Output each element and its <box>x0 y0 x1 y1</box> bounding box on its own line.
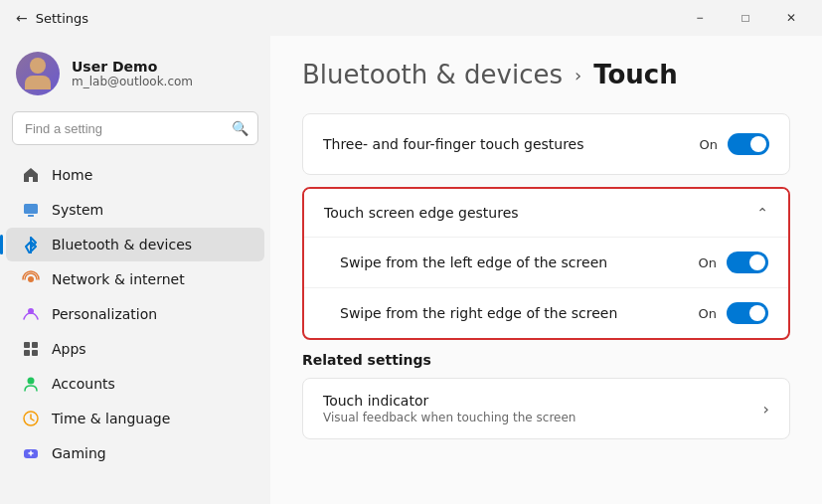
title-bar: ← Settings − □ ✕ <box>0 0 822 36</box>
sidebar-item-apps-label: Apps <box>52 341 86 357</box>
sidebar-item-system[interactable]: System <box>6 193 264 227</box>
svg-rect-3 <box>24 342 30 348</box>
sidebar-item-apps[interactable]: Apps <box>6 332 264 366</box>
breadcrumb-current: Touch <box>593 60 678 89</box>
sidebar-item-gaming[interactable]: Gaming <box>6 436 264 470</box>
chevron-up-icon: ⌃ <box>756 205 768 221</box>
right-edge-toggle-label: On <box>699 306 717 321</box>
touch-indicator-subtitle: Visual feedback when touching the screen <box>323 411 575 424</box>
right-edge-row: Swipe from the right edge of the screen … <box>304 287 788 338</box>
sidebar-item-bluetooth[interactable]: Bluetooth & devices <box>6 228 264 261</box>
svg-point-7 <box>28 378 35 385</box>
user-info: User Demo m_lab@outlook.com <box>72 59 193 88</box>
page-header: Bluetooth & devices › Touch <box>302 60 790 89</box>
svg-rect-4 <box>32 342 38 348</box>
three-four-finger-toggle[interactable] <box>728 133 769 155</box>
user-email: m_lab@outlook.com <box>72 75 193 88</box>
three-four-finger-label: Three- and four-finger touch gestures <box>323 136 584 152</box>
title-bar-left: ← Settings <box>16 10 88 26</box>
sidebar-item-gaming-label: Gaming <box>52 445 106 461</box>
avatar-body <box>25 76 51 89</box>
left-edge-label: Swipe from the left edge of the screen <box>340 254 607 270</box>
touch-edge-section-header: Touch screen edge gestures ⌃ <box>304 189 788 237</box>
right-edge-toggle-wrap: On <box>699 302 768 324</box>
sidebar: User Demo m_lab@outlook.com 🔍 Home <box>0 36 270 504</box>
related-settings-section: Related settings Touch indicator Visual … <box>302 352 790 439</box>
right-edge-label: Swipe from the right edge of the screen <box>340 305 617 321</box>
svg-point-2 <box>28 308 34 314</box>
touch-indicator-chevron-right-icon: › <box>763 400 769 419</box>
three-four-finger-card: Three- and four-finger touch gestures On <box>302 113 790 175</box>
sidebar-item-system-label: System <box>52 202 103 218</box>
home-icon <box>22 166 40 184</box>
minimize-button[interactable]: − <box>677 2 723 34</box>
sidebar-item-personalization[interactable]: Personalization <box>6 297 264 331</box>
sidebar-item-accounts[interactable]: Accounts <box>6 367 264 401</box>
sidebar-item-network[interactable]: Network & internet <box>6 262 264 296</box>
accounts-icon <box>22 375 40 393</box>
search-icon: 🔍 <box>232 120 248 136</box>
maximize-button[interactable]: □ <box>723 2 768 34</box>
touch-indicator-info: Touch indicator Visual feedback when tou… <box>323 393 575 424</box>
title-bar-controls: − □ ✕ <box>677 2 814 34</box>
sidebar-item-time[interactable]: Time & language <box>6 402 264 435</box>
left-edge-toggle[interactable] <box>727 252 768 273</box>
right-edge-toggle[interactable] <box>727 302 768 324</box>
sidebar-item-network-label: Network & internet <box>52 271 185 287</box>
avatar-head <box>30 58 46 74</box>
touch-indicator-title: Touch indicator <box>323 393 575 409</box>
three-four-finger-row: Three- and four-finger touch gestures On <box>303 114 789 174</box>
user-profile[interactable]: User Demo m_lab@outlook.com <box>0 40 270 111</box>
sidebar-item-personalization-label: Personalization <box>52 306 157 322</box>
breadcrumb-arrow: › <box>575 65 581 85</box>
breadcrumb-parent: Bluetooth & devices <box>302 60 563 89</box>
three-four-finger-toggle-label: On <box>700 137 718 152</box>
network-icon <box>22 270 40 288</box>
title-bar-title: Settings <box>36 11 88 26</box>
app-body: User Demo m_lab@outlook.com 🔍 Home <box>0 36 822 504</box>
sidebar-item-home[interactable]: Home <box>6 158 264 192</box>
svg-rect-6 <box>32 350 38 356</box>
sidebar-item-accounts-label: Accounts <box>52 376 115 392</box>
svg-rect-5 <box>24 350 30 356</box>
main-content: Bluetooth & devices › Touch Three- and f… <box>270 36 822 504</box>
related-settings-heading: Related settings <box>302 352 790 368</box>
system-icon <box>22 201 40 219</box>
nav-list: Home System Bluetooth <box>0 157 270 504</box>
avatar-figure <box>25 58 51 89</box>
avatar <box>16 52 60 95</box>
left-edge-toggle-wrap: On <box>699 252 768 273</box>
search-input[interactable] <box>12 111 258 145</box>
sidebar-item-home-label: Home <box>52 167 92 183</box>
apps-icon <box>22 340 40 358</box>
gaming-icon <box>22 444 40 462</box>
three-four-finger-toggle-wrap: On <box>700 133 769 155</box>
svg-rect-0 <box>24 204 38 214</box>
search-box: 🔍 <box>12 111 258 145</box>
bluetooth-icon <box>22 236 40 253</box>
close-button[interactable]: ✕ <box>768 2 814 34</box>
sidebar-item-time-label: Time & language <box>52 411 170 426</box>
sidebar-item-bluetooth-label: Bluetooth & devices <box>52 237 192 252</box>
touch-edge-card: Touch screen edge gestures ⌃ Swipe from … <box>302 187 790 340</box>
time-icon <box>22 410 40 427</box>
left-edge-toggle-label: On <box>699 255 717 270</box>
touch-edge-title: Touch screen edge gestures <box>324 205 519 221</box>
svg-rect-1 <box>28 215 34 217</box>
left-edge-row: Swipe from the left edge of the screen O… <box>304 237 788 287</box>
touch-indicator-row[interactable]: Touch indicator Visual feedback when tou… <box>302 378 790 439</box>
back-icon[interactable]: ← <box>16 10 28 26</box>
user-name: User Demo <box>72 59 193 75</box>
personalization-icon <box>22 305 40 323</box>
